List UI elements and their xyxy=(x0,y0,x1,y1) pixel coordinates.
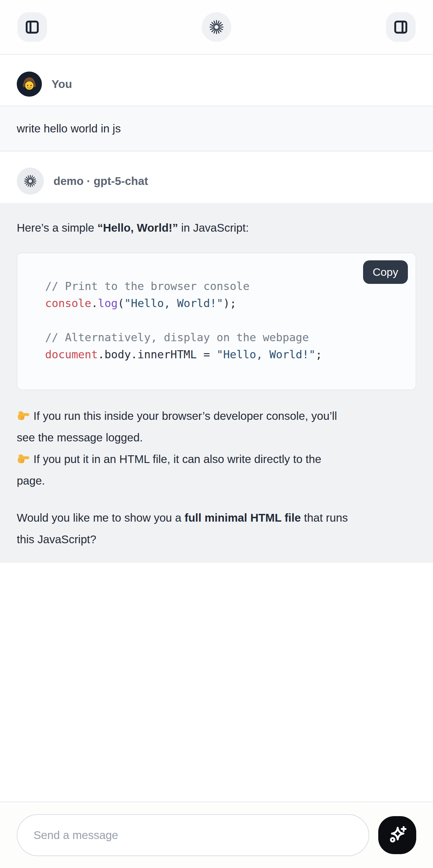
point-right-emoji xyxy=(17,407,30,421)
assistant-message-body: Here’s a simple “Hello, World!” in JavaS… xyxy=(0,203,433,563)
composer-bar xyxy=(0,802,433,868)
copy-code-button[interactable]: Copy xyxy=(363,260,408,284)
point-right-emoji xyxy=(17,450,30,464)
user-sender-label: You xyxy=(52,78,72,91)
assistant-message-header: demo · gpt-5-chat xyxy=(0,167,433,195)
code-content: // Print to the browser console console.… xyxy=(18,253,415,390)
panel-right-icon xyxy=(393,20,408,34)
message-input[interactable] xyxy=(33,829,352,842)
person-emoji xyxy=(20,75,38,93)
user-message-bubble: write hello world in js xyxy=(0,106,433,151)
send-button[interactable] xyxy=(378,816,416,854)
assistant-tips-text: If you run this inside your browser’s de… xyxy=(17,405,416,491)
top-bar xyxy=(0,0,433,55)
empty-chat-space xyxy=(0,563,433,802)
code-block: Copy // Print to the browser console con… xyxy=(17,253,416,390)
user-message-text: write hello world in js xyxy=(17,122,121,135)
starburst-spinner-icon xyxy=(209,20,224,34)
panel-left-icon xyxy=(25,20,40,34)
right-panel-toggle-button[interactable] xyxy=(386,12,415,42)
model-spinner-button[interactable] xyxy=(202,12,231,42)
user-avatar xyxy=(17,71,42,97)
starburst-spinner-icon xyxy=(24,175,37,188)
assistant-intro-text: Here’s a simple “Hello, World!” in JavaS… xyxy=(17,217,416,239)
assistant-followup-text: Would you like me to show you a full min… xyxy=(17,507,416,550)
assistant-model-label: demo · gpt-5-chat xyxy=(54,175,148,188)
sidebar-toggle-button[interactable] xyxy=(18,12,47,42)
assistant-avatar xyxy=(17,167,44,195)
message-input-pill xyxy=(17,814,369,856)
user-message-header: You xyxy=(0,71,433,97)
sparkles-icon xyxy=(386,824,408,846)
